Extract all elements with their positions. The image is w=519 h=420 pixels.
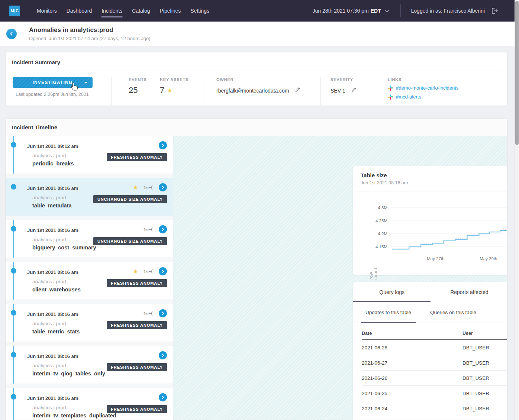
subtab-updates-to-this-table[interactable]: Updates to this table xyxy=(365,302,411,323)
summary-divider xyxy=(12,71,501,71)
timeline-item-gap xyxy=(6,342,173,346)
query-log-subtabs: Updates to this table Queries on this ta… xyxy=(353,302,507,323)
datetime-selector[interactable]: Jun 28th 2021 07:36 pm EDT xyxy=(313,8,389,14)
slack-channel-link[interactable]: #demo-monte-carlo-incidents xyxy=(396,85,458,91)
logout-button[interactable] xyxy=(491,7,498,14)
event-table-name: table_metadata xyxy=(32,203,173,209)
timeline-item-gap xyxy=(6,300,173,304)
timeline-dot-icon xyxy=(11,142,16,148)
nav-item-pipelines[interactable]: Pipelines xyxy=(155,0,186,22)
tab-reports-affected[interactable]: Reports affected xyxy=(431,282,507,302)
first-occurrence-icon: 1st xyxy=(144,227,154,232)
page-title: Anomalies in analytics:prod xyxy=(29,26,151,34)
chevron-right-icon xyxy=(161,227,164,231)
back-button[interactable] xyxy=(6,29,17,39)
monte-carlo-logo[interactable]: M|C xyxy=(9,6,20,16)
first-occurrence-icon: 1st xyxy=(144,269,154,274)
first-occurrence-icon: 1st xyxy=(144,311,154,316)
slack-icon xyxy=(388,85,393,91)
timezone-value: EDT xyxy=(371,8,381,14)
event-table-name: interim_tv_qlog_tables_only xyxy=(32,371,173,377)
query-user: DBT_USER xyxy=(462,375,507,381)
logout-icon xyxy=(491,7,498,14)
logged-in-user: Logged in as: Francisco Alberini xyxy=(411,8,485,14)
svg-text:4.25M: 4.25M xyxy=(375,219,387,223)
anomaly-type-badge: UNCHANGED SIZE ANOMALY xyxy=(93,195,167,203)
nav-item-monitors[interactable]: Monitors xyxy=(32,0,62,22)
slack-channel-link[interactable]: #mcd-alerts xyxy=(396,94,421,100)
nav-item-settings[interactable]: Settings xyxy=(186,0,214,22)
nav-item-catalog[interactable]: Catalog xyxy=(127,0,155,22)
nav-menu: Monitors Dashboard Incidents Catalog Pip… xyxy=(32,0,214,22)
key-asset-star-icon: ★ xyxy=(167,87,173,94)
query-user: DBT_USER xyxy=(462,406,507,411)
timeline-event-periodic_breaks[interactable]: Jun 1st 2021 09:12 amanalytics | prodper… xyxy=(6,136,173,178)
timeline-event-list: Jun 1st 2021 09:12 amanalytics | prodper… xyxy=(6,136,173,420)
open-event-button[interactable] xyxy=(159,183,167,191)
open-event-button[interactable] xyxy=(159,141,167,149)
page-header: Anomalies in analytics:prod Opened: Jun … xyxy=(0,22,519,46)
table-size-card: Table size Jun 1st 2021 08:16 am PIPELIN… xyxy=(353,166,507,275)
caret-down-icon xyxy=(84,82,88,84)
chevron-right-icon xyxy=(161,269,164,273)
top-nav: M|C Monitors Dashboard Incidents Catalog… xyxy=(0,0,519,22)
event-table-name: bigquery_cost_summary xyxy=(32,245,173,251)
timeline-dot-icon xyxy=(11,268,16,274)
query-user: DBT_USER xyxy=(462,360,507,366)
key-asset-star-icon: ★ xyxy=(132,268,138,275)
timeline-event-bigquery_cost_summary[interactable]: Jun 1st 2021 08:16 amanalytics | prodbig… xyxy=(6,220,173,262)
edit-severity-button[interactable] xyxy=(350,87,358,94)
chart-y-axis-label: row count xyxy=(369,268,378,280)
status-dropdown-button[interactable]: INVESTIGATING xyxy=(13,77,93,88)
nav-divider xyxy=(400,4,401,17)
open-event-button[interactable] xyxy=(159,267,167,275)
query-date: 2021-06-25 xyxy=(362,391,462,396)
event-table-name: interim_tv_templates_duplicated xyxy=(32,413,173,419)
table-size-divider xyxy=(353,191,507,191)
svg-text:May 27th: May 27th xyxy=(427,256,444,261)
timeline-header: Incident Timeline xyxy=(6,119,507,136)
nav-item-incidents[interactable]: Incidents xyxy=(97,0,127,22)
event-time: Jun 1st 2021 08:16 am xyxy=(27,353,173,359)
subtab-queries-on-this-table[interactable]: Queries on this table xyxy=(430,302,476,323)
timeline-event-interim_tv_templates_duplicated[interactable]: Jun 1st 2021 08:16 amanalytics | prodint… xyxy=(6,388,173,420)
event-table-name: client_warehouses xyxy=(32,287,173,293)
table-size-timestamp: Jun 1st 2021 08:16 am xyxy=(361,180,408,185)
query-user: DBT_USER xyxy=(462,391,507,396)
timeline-event-client_warehouses[interactable]: Jun 1st 2021 08:16 amanalytics | prodcli… xyxy=(6,262,173,304)
tab-query-logs[interactable]: Query logs xyxy=(353,282,431,302)
nav-item-dashboard[interactable]: Dashboard xyxy=(62,0,97,22)
column-header-user: User xyxy=(462,331,507,336)
timeline-event-interim_tv_qlog_tables_only[interactable]: Jun 1st 2021 08:16 amanalytics | prodint… xyxy=(6,346,173,388)
chevron-down-icon xyxy=(385,9,389,12)
detail-tabs: Query logs Reports affected Runbook Comm… xyxy=(353,282,507,302)
open-event-button[interactable] xyxy=(159,309,167,317)
query-log-row: 2021-06-23DBT_USER10 xyxy=(362,416,507,420)
owner-email: rbergfalk@montecarlodata.com xyxy=(216,88,289,94)
timeline-item-gap xyxy=(6,216,173,220)
scrollbar-thumb[interactable] xyxy=(515,1,519,145)
query-log-row: 2021-06-24DBT_USER10 xyxy=(362,401,507,416)
datetime-value: Jun 28th 2021 07:36 pm xyxy=(313,8,369,14)
anomaly-type-badge: UNCHANGED SIZE ANOMALY xyxy=(93,237,167,245)
incident-timeline-card: Incident Timeline Jun 1st 2021 09:12 ama… xyxy=(5,118,507,420)
svg-text:4.15M: 4.15M xyxy=(375,245,387,249)
slack-icon xyxy=(388,94,393,100)
open-event-button[interactable] xyxy=(159,393,167,401)
incident-summary-card: Incident Summary INVESTIGATING Last upda… xyxy=(5,52,507,106)
owner-label: OWNER xyxy=(216,77,320,82)
key-assets-label: KEY ASSETS xyxy=(160,77,203,82)
open-event-button[interactable] xyxy=(159,351,167,359)
edit-owner-button[interactable] xyxy=(294,87,302,94)
timeline-event-table_metadata[interactable]: Jun 1st 2021 08:16 amanalytics | prodtab… xyxy=(6,178,173,220)
svg-text:May 29th: May 29th xyxy=(480,256,497,261)
query-date: 2021-06-26 xyxy=(362,375,462,381)
timeline-dot-icon xyxy=(11,394,16,400)
severity-label: SEVERITY xyxy=(331,77,376,82)
incident-summary-title: Incident Summary xyxy=(6,52,507,65)
open-event-button[interactable] xyxy=(159,225,167,233)
query-date: 2021-06-28 xyxy=(362,345,462,350)
timeline-event-table_metric_stats[interactable]: Jun 1st 2021 08:16 amanalytics | prodtab… xyxy=(6,304,173,346)
query-log-table: Date User Query Count 2021-06-28DBT_USER… xyxy=(353,323,507,420)
event-time: Jun 1st 2021 09:12 am xyxy=(27,143,173,149)
